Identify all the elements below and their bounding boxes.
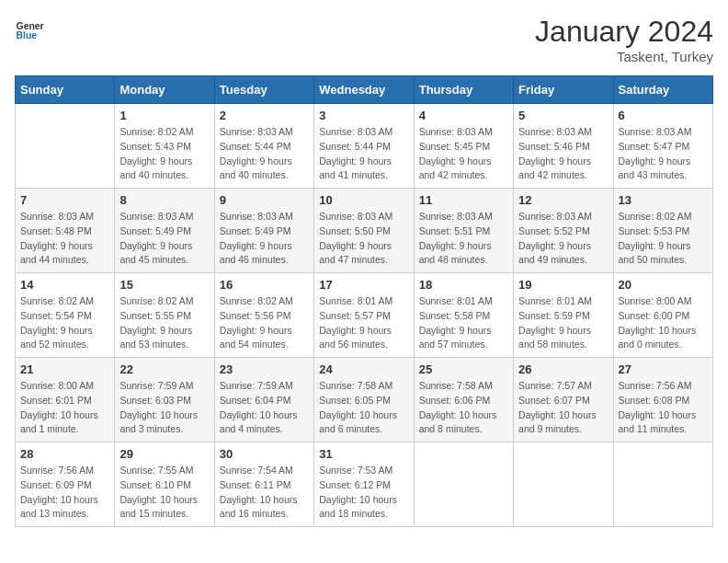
- day-number: 4: [419, 109, 508, 122]
- day-info: Sunrise: 7:59 AM Sunset: 6:03 PM Dayligh…: [119, 379, 209, 437]
- logo-icon: General Blue: [15, 15, 44, 44]
- day-number: 6: [619, 109, 708, 122]
- svg-text:Blue: Blue: [17, 30, 38, 40]
- weekday-header-tuesday: Tuesday: [214, 76, 313, 104]
- calendar-cell: 21Sunrise: 8:00 AM Sunset: 6:01 PM Dayli…: [16, 358, 115, 442]
- day-number: 18: [419, 278, 508, 292]
- calendar-cell: 19Sunrise: 8:01 AM Sunset: 5:59 PM Dayli…: [514, 273, 613, 358]
- calendar-cell: 6Sunrise: 8:03 AM Sunset: 5:47 PM Daylig…: [613, 104, 712, 189]
- logo: General Blue: [15, 15, 44, 44]
- day-info: Sunrise: 7:56 AM Sunset: 6:09 PM Dayligh…: [20, 464, 109, 522]
- day-info: Sunrise: 7:53 AM Sunset: 6:12 PM Dayligh…: [319, 464, 408, 522]
- calendar-cell: 7Sunrise: 8:03 AM Sunset: 5:48 PM Daylig…: [16, 189, 115, 273]
- calendar-cell: 31Sunrise: 7:53 AM Sunset: 6:12 PM Dayli…: [314, 442, 414, 527]
- calendar-week-row: 14Sunrise: 8:02 AM Sunset: 5:54 PM Dayli…: [16, 273, 713, 358]
- day-number: 1: [119, 109, 209, 122]
- day-number: 30: [220, 447, 309, 461]
- weekday-header-saturday: Saturday: [613, 76, 712, 104]
- day-info: Sunrise: 8:03 AM Sunset: 5:49 PM Dayligh…: [119, 210, 209, 268]
- weekday-header-friday: Friday: [514, 76, 613, 104]
- weekday-header-thursday: Thursday: [414, 76, 513, 104]
- day-info: Sunrise: 8:01 AM Sunset: 5:58 PM Dayligh…: [419, 294, 508, 352]
- weekday-header-wednesday: Wednesday: [314, 76, 414, 104]
- calendar-table: SundayMondayTuesdayWednesdayThursdayFrid…: [15, 75, 713, 527]
- calendar-week-row: 28Sunrise: 7:56 AM Sunset: 6:09 PM Dayli…: [16, 442, 713, 527]
- day-info: Sunrise: 8:03 AM Sunset: 5:47 PM Dayligh…: [619, 125, 708, 183]
- day-info: Sunrise: 8:03 AM Sunset: 5:44 PM Dayligh…: [220, 125, 309, 183]
- day-info: Sunrise: 8:00 AM Sunset: 6:01 PM Dayligh…: [20, 379, 109, 437]
- day-number: 7: [20, 193, 109, 207]
- calendar-cell: 25Sunrise: 7:58 AM Sunset: 6:06 PM Dayli…: [414, 358, 513, 442]
- day-info: Sunrise: 8:03 AM Sunset: 5:50 PM Dayligh…: [319, 210, 408, 268]
- calendar-cell: 9Sunrise: 8:03 AM Sunset: 5:49 PM Daylig…: [214, 189, 313, 273]
- day-number: 23: [220, 362, 309, 376]
- calendar-cell: 16Sunrise: 8:02 AM Sunset: 5:56 PM Dayli…: [214, 273, 313, 358]
- calendar-cell: 8Sunrise: 8:03 AM Sunset: 5:49 PM Daylig…: [115, 189, 214, 273]
- day-info: Sunrise: 8:02 AM Sunset: 5:43 PM Dayligh…: [119, 125, 209, 183]
- day-info: Sunrise: 7:57 AM Sunset: 6:07 PM Dayligh…: [518, 379, 608, 437]
- day-number: 19: [518, 278, 608, 292]
- day-number: 31: [319, 447, 408, 461]
- day-number: 10: [319, 193, 408, 207]
- day-number: 24: [319, 362, 408, 376]
- calendar-cell: 4Sunrise: 8:03 AM Sunset: 5:45 PM Daylig…: [414, 104, 513, 189]
- day-number: 27: [619, 362, 708, 376]
- day-number: 17: [319, 278, 408, 292]
- day-info: Sunrise: 8:03 AM Sunset: 5:52 PM Dayligh…: [518, 210, 608, 268]
- calendar-cell: 3Sunrise: 8:03 AM Sunset: 5:44 PM Daylig…: [314, 104, 414, 189]
- calendar-cell: [613, 442, 712, 527]
- day-number: 16: [220, 278, 309, 292]
- title-block: January 2024 Taskent, Turkey: [535, 15, 713, 64]
- day-number: 28: [20, 447, 109, 461]
- day-number: 8: [119, 193, 209, 207]
- calendar-week-row: 21Sunrise: 8:00 AM Sunset: 6:01 PM Dayli…: [16, 358, 713, 442]
- calendar-cell: [16, 104, 115, 189]
- calendar-cell: [414, 442, 513, 527]
- svg-text:General: General: [17, 21, 44, 31]
- day-info: Sunrise: 8:03 AM Sunset: 5:49 PM Dayligh…: [220, 210, 309, 268]
- calendar-cell: 30Sunrise: 7:54 AM Sunset: 6:11 PM Dayli…: [214, 442, 313, 527]
- day-number: 25: [419, 362, 508, 376]
- day-info: Sunrise: 8:03 AM Sunset: 5:51 PM Dayligh…: [419, 210, 508, 268]
- calendar-cell: 10Sunrise: 8:03 AM Sunset: 5:50 PM Dayli…: [314, 189, 414, 273]
- day-info: Sunrise: 7:54 AM Sunset: 6:11 PM Dayligh…: [220, 464, 309, 522]
- calendar-cell: 29Sunrise: 7:55 AM Sunset: 6:10 PM Dayli…: [115, 442, 214, 527]
- day-number: 11: [419, 193, 508, 207]
- day-number: 12: [518, 193, 608, 207]
- day-info: Sunrise: 7:58 AM Sunset: 6:05 PM Dayligh…: [319, 379, 408, 437]
- day-number: 15: [119, 278, 209, 292]
- calendar-cell: 26Sunrise: 7:57 AM Sunset: 6:07 PM Dayli…: [514, 358, 613, 442]
- day-info: Sunrise: 8:02 AM Sunset: 5:54 PM Dayligh…: [20, 294, 109, 352]
- calendar-cell: 5Sunrise: 8:03 AM Sunset: 5:46 PM Daylig…: [514, 104, 613, 189]
- calendar-cell: 23Sunrise: 7:59 AM Sunset: 6:04 PM Dayli…: [214, 358, 313, 442]
- calendar-cell: 22Sunrise: 7:59 AM Sunset: 6:03 PM Dayli…: [115, 358, 214, 442]
- weekday-header-row: SundayMondayTuesdayWednesdayThursdayFrid…: [16, 76, 713, 104]
- calendar-cell: 12Sunrise: 8:03 AM Sunset: 5:52 PM Dayli…: [514, 189, 613, 273]
- day-number: 9: [220, 193, 309, 207]
- calendar-cell: 11Sunrise: 8:03 AM Sunset: 5:51 PM Dayli…: [414, 189, 513, 273]
- calendar-cell: 27Sunrise: 7:56 AM Sunset: 6:08 PM Dayli…: [613, 358, 712, 442]
- day-number: 14: [20, 278, 109, 292]
- day-number: 13: [619, 193, 708, 207]
- day-info: Sunrise: 8:02 AM Sunset: 5:55 PM Dayligh…: [119, 294, 209, 352]
- day-number: 22: [119, 362, 209, 376]
- day-info: Sunrise: 8:03 AM Sunset: 5:48 PM Dayligh…: [20, 210, 109, 268]
- day-number: 29: [119, 447, 209, 461]
- day-info: Sunrise: 7:59 AM Sunset: 6:04 PM Dayligh…: [220, 379, 309, 437]
- calendar-cell: 17Sunrise: 8:01 AM Sunset: 5:57 PM Dayli…: [314, 273, 414, 358]
- day-info: Sunrise: 8:03 AM Sunset: 5:45 PM Dayligh…: [419, 125, 508, 183]
- calendar-cell: 15Sunrise: 8:02 AM Sunset: 5:55 PM Dayli…: [115, 273, 214, 358]
- day-info: Sunrise: 7:56 AM Sunset: 6:08 PM Dayligh…: [619, 379, 708, 437]
- calendar-cell: 18Sunrise: 8:01 AM Sunset: 5:58 PM Dayli…: [414, 273, 513, 358]
- calendar-cell: 2Sunrise: 8:03 AM Sunset: 5:44 PM Daylig…: [214, 104, 313, 189]
- day-info: Sunrise: 8:02 AM Sunset: 5:53 PM Dayligh…: [619, 210, 708, 268]
- day-info: Sunrise: 8:03 AM Sunset: 5:44 PM Dayligh…: [319, 125, 408, 183]
- weekday-header-monday: Monday: [115, 76, 214, 104]
- calendar-week-row: 1Sunrise: 8:02 AM Sunset: 5:43 PM Daylig…: [16, 104, 713, 189]
- calendar-cell: 1Sunrise: 8:02 AM Sunset: 5:43 PM Daylig…: [115, 104, 214, 189]
- day-number: 20: [619, 278, 708, 292]
- day-info: Sunrise: 8:00 AM Sunset: 6:00 PM Dayligh…: [619, 294, 708, 352]
- day-info: Sunrise: 8:03 AM Sunset: 5:46 PM Dayligh…: [518, 125, 608, 183]
- day-number: 26: [518, 362, 608, 376]
- calendar-cell: 13Sunrise: 8:02 AM Sunset: 5:53 PM Dayli…: [613, 189, 712, 273]
